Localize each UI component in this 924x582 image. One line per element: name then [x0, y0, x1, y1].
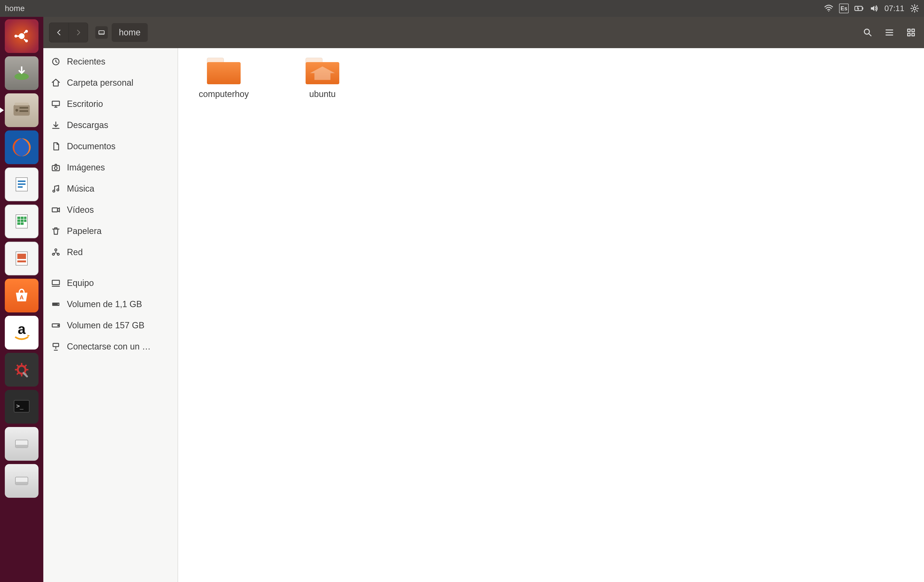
drive-icon	[51, 299, 61, 309]
video-icon	[51, 205, 61, 215]
svg-rect-26	[17, 222, 20, 225]
sidebar-item-downloads[interactable]: Descargas	[43, 114, 178, 136]
svg-rect-47	[912, 33, 915, 36]
launcher-files[interactable]	[5, 93, 38, 127]
network-wifi-icon[interactable]	[824, 3, 833, 14]
svg-point-43	[864, 29, 870, 34]
svg-rect-24	[21, 220, 23, 222]
svg-rect-42	[99, 33, 104, 34]
unity-launcher: A a >_	[0, 17, 43, 582]
file-label: ubuntu	[309, 89, 336, 99]
svg-rect-17	[18, 184, 25, 185]
launcher-firefox[interactable]	[5, 131, 38, 164]
sidebar-item-home[interactable]: Carpeta personal	[43, 72, 178, 93]
launcher-writer[interactable]	[5, 167, 38, 201]
svg-point-51	[54, 167, 57, 170]
launcher-ubuntu-software[interactable]: A	[5, 279, 38, 312]
launcher-removable-drive-1[interactable]	[5, 427, 38, 461]
input-language-indicator[interactable]: Es	[839, 3, 849, 14]
svg-rect-63	[53, 344, 58, 347]
launcher-removable-drive-2[interactable]	[5, 464, 38, 498]
sidebar-item-connect-server[interactable]: Conectarse con un …	[43, 336, 178, 357]
svg-rect-25	[24, 220, 26, 222]
folder-home-icon	[305, 58, 339, 84]
sidebar-item-trash[interactable]: Papelera	[43, 220, 178, 241]
file-label: computerhoy	[199, 89, 249, 99]
sidebar-item-documents[interactable]: Documentos	[43, 136, 178, 157]
launcher-settings[interactable]	[5, 353, 38, 387]
sidebar-item-label: Papelera	[67, 226, 102, 236]
server-connect-icon	[51, 341, 61, 352]
view-list-button[interactable]	[882, 25, 897, 40]
sidebar-item-pictures[interactable]: Imágenes	[43, 157, 178, 178]
svg-rect-30	[17, 260, 26, 262]
svg-point-60	[58, 304, 59, 305]
network-icon	[51, 247, 61, 258]
places-sidebar: Recientes Carpeta personal Escritorio De…	[43, 48, 178, 582]
clock[interactable]: 07:11	[884, 4, 904, 13]
view-grid-button[interactable]	[904, 25, 918, 40]
svg-point-62	[58, 325, 59, 326]
svg-text:a: a	[18, 322, 26, 337]
svg-rect-38	[15, 445, 28, 448]
launcher-dash[interactable]	[5, 19, 38, 53]
launcher-amazon[interactable]: a	[5, 316, 38, 349]
sidebar-item-music[interactable]: Música	[43, 178, 178, 199]
launcher-impress[interactable]	[5, 241, 38, 275]
path-segment-home[interactable]: home	[112, 23, 148, 42]
nav-back-button[interactable]	[50, 23, 69, 42]
computer-icon	[51, 278, 61, 288]
volume-icon[interactable]	[870, 3, 878, 14]
system-gear-icon[interactable]	[910, 3, 919, 14]
sidebar-item-label: Recientes	[67, 56, 106, 67]
camera-icon	[51, 162, 61, 173]
path-bar: home	[95, 23, 148, 42]
svg-rect-18	[18, 186, 23, 188]
sidebar-item-videos[interactable]: Vídeos	[43, 199, 178, 220]
sidebar-item-label: Música	[67, 184, 94, 194]
svg-rect-29	[17, 254, 26, 259]
svg-rect-58	[52, 280, 59, 284]
sidebar-item-label: Descargas	[67, 120, 108, 130]
search-button[interactable]	[860, 25, 875, 40]
svg-point-0	[828, 11, 829, 12]
folder-item[interactable]: ubuntu	[291, 58, 354, 99]
window-title: home	[5, 4, 25, 13]
svg-rect-44	[908, 29, 910, 32]
file-manager-toolbar: home	[43, 17, 924, 48]
sidebar-item-desktop[interactable]: Escritorio	[43, 93, 178, 114]
svg-text:A: A	[20, 294, 23, 301]
nav-forward-button[interactable]	[69, 23, 88, 42]
sidebar-item-volume-2[interactable]: Volumen de 157 GB	[43, 315, 178, 336]
sidebar-item-computer[interactable]: Equipo	[43, 273, 178, 294]
sidebar-item-label: Conectarse con un …	[67, 342, 151, 352]
desktop-icon	[51, 99, 61, 109]
launcher-calc[interactable]	[5, 205, 38, 238]
drive-icon	[51, 320, 61, 331]
top-menubar: home Es 07:11	[0, 0, 924, 17]
battery-charging-icon[interactable]	[855, 3, 864, 14]
svg-rect-2	[863, 7, 863, 10]
music-icon	[51, 184, 61, 194]
svg-point-4	[19, 33, 25, 39]
svg-point-5	[15, 35, 17, 38]
svg-point-3	[913, 7, 916, 10]
sidebar-item-volume-1[interactable]: Volumen de 1,1 GB	[43, 294, 178, 315]
svg-rect-11	[20, 107, 28, 109]
sidebar-item-recent[interactable]: Recientes	[43, 51, 178, 72]
svg-rect-12	[20, 110, 28, 112]
file-view-pane[interactable]: computerhoy ubuntu	[178, 48, 924, 582]
svg-rect-54	[52, 208, 58, 212]
svg-rect-45	[912, 29, 915, 32]
svg-point-13	[15, 109, 18, 111]
launcher-terminal[interactable]: >_	[5, 390, 38, 423]
svg-rect-16	[18, 180, 25, 182]
svg-rect-23	[17, 220, 20, 222]
nav-button-group	[49, 23, 88, 42]
svg-point-53	[57, 189, 59, 191]
svg-rect-20	[17, 217, 20, 219]
folder-item[interactable]: computerhoy	[193, 58, 255, 99]
sidebar-item-network[interactable]: Red	[43, 241, 178, 263]
launcher-disk-creator[interactable]	[5, 56, 38, 90]
sidebar-item-label: Imágenes	[67, 162, 105, 173]
